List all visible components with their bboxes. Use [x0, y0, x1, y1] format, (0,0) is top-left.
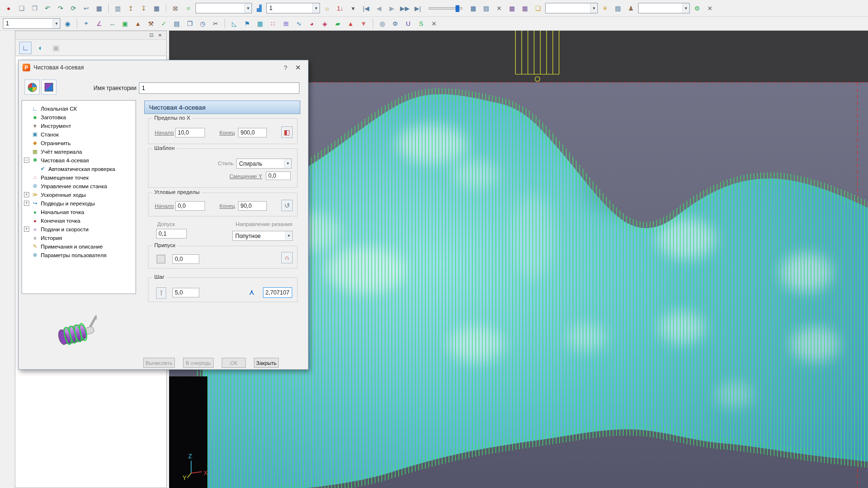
tree-item[interactable]: ▣Станок [24, 130, 59, 138]
go-first-icon[interactable]: |◀ [360, 3, 372, 13]
angular-rotate-button[interactable]: ↺ [281, 200, 293, 211]
s-wave-icon[interactable]: S [415, 18, 427, 29]
rotary-view-button[interactable] [24, 79, 40, 95]
x-end-label[interactable]: Конец [219, 130, 235, 136]
flag-icon[interactable]: ⚑ [241, 18, 253, 29]
sphere-icon[interactable]: ◉ [62, 18, 73, 29]
step-input[interactable] [172, 288, 199, 297]
mesh-icon[interactable]: ▦ [254, 18, 266, 29]
operation-combo[interactable]: 1▼ [266, 3, 320, 13]
step-back-icon[interactable]: ◀ [373, 3, 385, 13]
trajectory-name-input[interactable] [139, 82, 299, 94]
tree-item[interactable]: ✎Примечания и описание [24, 242, 103, 250]
open-recent-icon[interactable]: ❐ [29, 3, 40, 13]
u-axis-icon[interactable]: U [402, 18, 414, 29]
dialog-titlebar[interactable]: Р Чистовая 4-осевая ? ✕ [19, 60, 308, 75]
x-limits-pick-button[interactable]: ◧ [281, 126, 293, 138]
x-start-input[interactable] [175, 128, 205, 137]
step-one-icon[interactable]: 1↓ [334, 3, 346, 13]
angle-step-input[interactable] [263, 287, 292, 298]
slider-handle[interactable] [456, 5, 459, 12]
close2-icon[interactable]: ✕ [428, 18, 440, 29]
tree-item[interactable]: ●Конечная точка [24, 216, 80, 225]
tree-item[interactable]: +≫Ускоренные ходы [24, 191, 86, 199]
tree-item[interactable]: ▼Инструмент [24, 122, 71, 130]
zoom-icon[interactable]: ◎ [377, 18, 388, 29]
tree-item[interactable]: ◆Ограничить [24, 139, 70, 147]
clock-icon[interactable]: ◷ [197, 18, 208, 29]
grid-icon[interactable]: ▩ [506, 3, 518, 13]
angle-start-input[interactable] [175, 201, 205, 211]
tree-item[interactable]: ●Начальная точка [24, 208, 84, 216]
plane-icon[interactable]: ◺ [228, 18, 240, 29]
record-icon[interactable]: ● [3, 3, 14, 13]
step-mode-button[interactable]: ⊺ [156, 287, 166, 299]
allowance-color-button[interactable] [157, 255, 165, 263]
probe-icon[interactable]: ⌖ [80, 18, 92, 29]
import-icon[interactable]: ↥ [125, 3, 137, 13]
scissors-icon[interactable]: ✂ [210, 18, 221, 29]
globe-icon[interactable]: ◐ [34, 42, 47, 54]
tree-item[interactable]: ∴Размещение точек [24, 173, 89, 182]
panel-close-button[interactable]: ✕ [157, 33, 163, 38]
postprocess-combo[interactable]: ▼ [638, 3, 690, 13]
link-icon[interactable]: ⊞ [280, 18, 292, 29]
expand-icon[interactable]: + [24, 192, 29, 197]
measure-icon[interactable]: ↔ [106, 18, 118, 29]
redo-icon[interactable]: ↷ [55, 3, 66, 13]
cut-direction-combo[interactable]: Попутное ▼ [232, 231, 293, 241]
tolerance-input[interactable] [156, 229, 187, 238]
tree-item[interactable]: ▩Учёт материала [24, 148, 82, 156]
style-combo[interactable]: Спираль ▼ [236, 159, 292, 169]
collapse-icon[interactable]: − [24, 158, 29, 163]
machine-setup-button[interactable] [41, 79, 57, 95]
table-icon[interactable]: ▦ [468, 3, 479, 13]
current-trajectory-combo[interactable]: 1▼ [3, 18, 60, 29]
points-icon[interactable]: ∷ [267, 18, 279, 29]
close-button[interactable]: Закрыть [254, 358, 279, 368]
dialog-close-button[interactable]: ✕ [292, 64, 304, 71]
slab-icon[interactable]: ▰ [332, 18, 343, 29]
layout-combo[interactable]: ▼ [545, 3, 598, 13]
angle-start-label[interactable]: Начало [155, 203, 174, 209]
export-icon[interactable]: ↧ [138, 3, 149, 13]
back-icon[interactable]: ↩ [80, 3, 92, 13]
doc-check-icon[interactable]: ✓ [158, 18, 170, 29]
offset-y-input[interactable] [266, 171, 291, 180]
close-toolbar-icon[interactable]: ✕ [704, 3, 716, 13]
chart-icon[interactable]: ▟ [253, 3, 265, 13]
tree-item[interactable]: +↪Подводы и переходы [24, 199, 95, 207]
stock-icon[interactable]: ▣ [119, 18, 131, 29]
sheet-icon[interactable]: ▤ [612, 3, 624, 13]
angle-icon[interactable]: ∠ [93, 18, 105, 29]
tree-item[interactable]: ⊘Управление осями станка [24, 182, 107, 190]
allowance-input[interactable] [172, 254, 199, 264]
model-tree-icon[interactable]: ∟ [19, 42, 32, 54]
undo-icon[interactable]: ↶ [42, 3, 53, 13]
spline-icon[interactable]: ≈ [183, 3, 194, 13]
panel-float-button[interactable]: ⊡ [148, 33, 155, 38]
tree-item[interactable]: ∟Локальная СК [24, 104, 77, 113]
table-edit-icon[interactable]: ▤ [480, 3, 492, 13]
save-icon[interactable]: ▦ [93, 3, 105, 13]
open-project-icon[interactable]: ❏ [16, 3, 27, 13]
simulation-speed-slider[interactable] [429, 7, 462, 10]
shade-icon[interactable]: ▼ [358, 18, 369, 29]
users-icon[interactable]: ♟ [625, 3, 637, 13]
curve-icon[interactable]: ∿ [293, 18, 305, 29]
expand-icon[interactable]: + [24, 201, 29, 206]
tree-item[interactable]: ≡История [24, 234, 62, 242]
columns-icon[interactable]: ▥ [112, 3, 124, 13]
allowance-pick-button[interactable]: ∩ [281, 252, 293, 263]
go-last-icon[interactable]: ▶| [412, 3, 423, 13]
expand-icon[interactable]: + [24, 227, 29, 232]
close-group-icon[interactable]: ✕ [493, 3, 505, 13]
lamp-icon[interactable]: ☼ [321, 3, 333, 13]
x-end-input[interactable] [238, 128, 267, 137]
help-button[interactable]: ? [279, 64, 292, 71]
sparkle-icon[interactable]: ✳ [599, 3, 611, 13]
sphere-pink-icon[interactable]: ◕ [306, 18, 318, 29]
queue-button[interactable]: В очередь [183, 358, 214, 368]
tree-item[interactable]: ⊕Параметры пользователя [24, 251, 106, 259]
model-combo[interactable]: ▼ [195, 3, 252, 13]
